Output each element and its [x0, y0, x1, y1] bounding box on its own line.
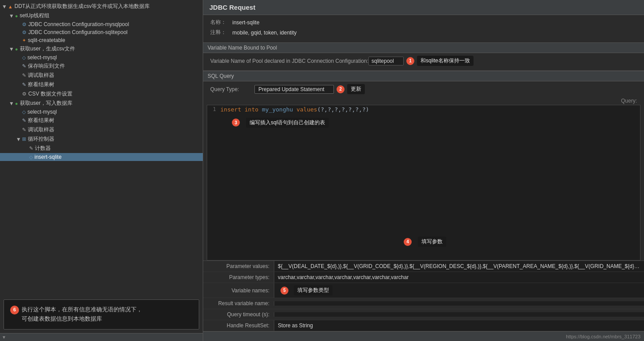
annotation-num-2: 2: [337, 85, 345, 93]
tree-icon-jdbc-sqlite: ⚙: [22, 30, 27, 35]
tree-label-select-mysql2: select-mysql: [27, 109, 57, 115]
tooltip-text-2: 可创建表数据信息到本地数据库: [10, 315, 102, 322]
var-names-row: Variable names: 5 填写参数类型: [203, 283, 644, 298]
tree-item-insert-sqlite[interactable]: ◇insert-sqlite: [0, 153, 203, 161]
kw-params: (?,?,?,?,?,?,?): [317, 106, 369, 113]
tree-item-view2[interactable]: ✎察看结果树: [0, 116, 203, 125]
tree-item-debug1[interactable]: ✎调试取样器: [0, 71, 203, 80]
bottom-url: https://blog.csdn.net/mbrs_311723: [566, 334, 640, 339]
result-var-row: Result variable name:: [203, 298, 644, 309]
annotation-text-1: 和sqlite名称保持一致: [417, 56, 474, 66]
var-names-label: Variable names:: [203, 285, 274, 296]
tree-arrow-get-user-csv[interactable]: ▼: [9, 46, 14, 52]
tree-icon-select-mysql: ◇: [22, 55, 26, 61]
result-var-value[interactable]: [274, 301, 644, 306]
query-editor-container: Query: 1 insert into my_yonghu values(?,…: [203, 97, 644, 261]
tree-item-loop-ctrl[interactable]: ▼ ⊞循环控制器: [0, 134, 203, 144]
tree-item-jdbc-mysql[interactable]: ⚙JDBC Connection Configuration-mysqlpool: [0, 20, 203, 28]
annotation-text-2: 更新: [347, 84, 365, 94]
pool-value[interactable]: sqlitepool: [368, 57, 404, 65]
tree-arrow-setup[interactable]: ▼: [9, 13, 14, 19]
tree-icon-root: ▲: [8, 4, 13, 9]
tree-item-get-user-csv[interactable]: ▼ ●获取user，生成csv文件: [0, 44, 203, 54]
form-area: 名称： insert-sqlite 注释： mobile, gqid, toke…: [203, 15, 644, 42]
tree-item-view1[interactable]: ✎察看结果树: [0, 80, 203, 89]
tree-item-select-mysql2[interactable]: ◇select-mysql: [0, 108, 203, 116]
tree-icon-view2: ✎: [22, 118, 26, 123]
annotation-num-1: 1: [406, 57, 414, 65]
variable-name-section-header: Variable Name Bound to Pool: [203, 42, 644, 53]
tooltip-box-6: 6执行这个脚本，在所有信息准确无语的情况下， 可创建表数据信息到本地数据库: [4, 299, 199, 330]
tree-icon-jdbc-mysql: ⚙: [22, 22, 27, 27]
code-line-1: 1 insert into my_yonghu values(?,?,?,?,?…: [207, 105, 640, 114]
pool-section: Variable Name of Pool declared in JDBC C…: [203, 53, 644, 71]
timeout-row: Query timeout (s):: [203, 309, 644, 320]
tree-item-select-mysql[interactable]: ◇select-mysql: [0, 54, 203, 61]
tree-label-view1: 察看结果树: [28, 81, 54, 88]
tree-icon-loop-ctrl: ⊞: [22, 136, 26, 142]
handle-result-value[interactable]: Store as String: [274, 320, 644, 331]
annotation-text-3: 编写插入sql语句到自己创建的表: [246, 118, 329, 128]
tree-label-jdbc-mysql: JDBC Connection Configuration-mysqlpool: [28, 21, 129, 27]
tree-label-csv-settings: CSV 数据文件设置: [28, 90, 72, 98]
annotation-num-4: 4: [404, 238, 412, 246]
name-value[interactable]: insert-sqlite: [232, 19, 259, 26]
tree-label-jdbc-sqlite: JDBC Connection Configuration-sqlitepool: [28, 29, 128, 35]
tree-label-select-mysql: select-mysql: [27, 54, 57, 61]
tree-item-jdbc-sqlite[interactable]: ⚙JDBC Connection Configuration-sqlitepoo…: [0, 28, 203, 36]
tree-item-get-user-db[interactable]: ▼ ●获取user，写入数据库: [0, 99, 203, 108]
pool-label: Variable Name of Pool declared in JDBC C…: [210, 58, 368, 64]
line-num-1: 1: [207, 106, 220, 112]
param-types-label: Parameter types:: [203, 272, 274, 283]
kw-values: values: [293, 106, 317, 113]
tree-label-sqlit-create: sqlit-createtable: [28, 37, 65, 43]
tree-icon-save-response: ✎: [22, 63, 26, 69]
params-section: Parameter values: ${__V(DEAL_DATE_${d},)…: [203, 261, 644, 331]
timeout-label: Query timeout (s):: [203, 309, 274, 320]
tree-icon-insert-sqlite: ◇: [29, 154, 33, 160]
tree-arrow-loop-ctrl[interactable]: ▼: [16, 136, 21, 142]
tree-label-view2: 察看结果树: [28, 117, 54, 124]
tree-label-insert-sqlite: insert-sqlite: [34, 154, 61, 160]
tree-item-sqlit-create[interactable]: ✦sqlit-createtable: [0, 36, 203, 44]
query-type-value[interactable]: Prepared Update Statement: [254, 85, 334, 94]
param-values-row: Parameter values: ${__V(DEAL_DATE_${d},)…: [203, 261, 644, 272]
annotation-num-3: 3: [232, 119, 240, 126]
panel-title: JDBC Request: [203, 0, 644, 15]
left-scroll-bar[interactable]: ▼: [0, 333, 203, 341]
annotation-text-4: 填写参数: [418, 237, 446, 247]
var-names-value[interactable]: 5 填写参数类型: [274, 283, 644, 298]
annotation-num-5: 5: [280, 287, 288, 295]
tree-arrow-get-user-db[interactable]: ▼: [9, 100, 14, 107]
handle-result-label: Handle ResultSet:: [203, 320, 274, 331]
comment-label: 注释：: [210, 29, 232, 36]
tree-icon-view1: ✎: [22, 82, 26, 88]
param-types-row: Parameter types: varchar,varchar,varchar…: [203, 272, 644, 283]
tree-icon-get-user-db: ●: [15, 101, 18, 106]
tree-label-counter: 计数器: [35, 145, 51, 152]
tree-item-counter[interactable]: ✎计数器: [0, 144, 203, 153]
tree-arrow-root[interactable]: ▼: [2, 4, 7, 10]
tree-label-debug1: 调试取样器: [28, 72, 54, 79]
tree-item-csv-settings[interactable]: ⚙CSV 数据文件设置: [0, 89, 203, 99]
code-editor[interactable]: 1 insert into my_yonghu values(?,?,?,?,?…: [207, 105, 640, 261]
tree-icon-sqlit-create: ✦: [22, 38, 26, 43]
tree-item-save-response[interactable]: ✎保存响应到文件: [0, 61, 203, 71]
tree-icon-counter: ✎: [29, 146, 33, 151]
tree-item-root[interactable]: ▼ ▲DDT从正式环境获取数据生成csv等文件或写入本地数据库: [0, 2, 203, 11]
tree-item-setup[interactable]: ▼ ●setUp线程组: [0, 11, 203, 20]
tree-icon-debug2: ✎: [22, 127, 26, 133]
param-values-value[interactable]: ${__V(DEAL_DATE_${d},)},${__V(GRID_CODE_…: [274, 261, 644, 272]
query-column-label: Query:: [621, 98, 637, 104]
annotation-num-6: 6: [10, 306, 19, 314]
tree-item-debug2[interactable]: ✎调试取样器: [0, 125, 203, 134]
query-type-row: Query Type: Prepared Update Statement 2 …: [203, 81, 644, 97]
tree-icon-setup: ●: [15, 13, 18, 19]
param-types-value[interactable]: varchar,varchar,varchar,varchar,varchar,…: [274, 272, 644, 283]
timeout-value[interactable]: [274, 312, 644, 317]
name-label: 名称：: [210, 19, 232, 26]
param-values-label: Parameter values:: [203, 261, 274, 272]
kw-insert: insert into: [220, 106, 262, 113]
tree-label-get-user-csv: 获取user，生成csv文件: [20, 45, 75, 53]
comment-value[interactable]: mobile, gqid, token, identity: [232, 30, 296, 36]
